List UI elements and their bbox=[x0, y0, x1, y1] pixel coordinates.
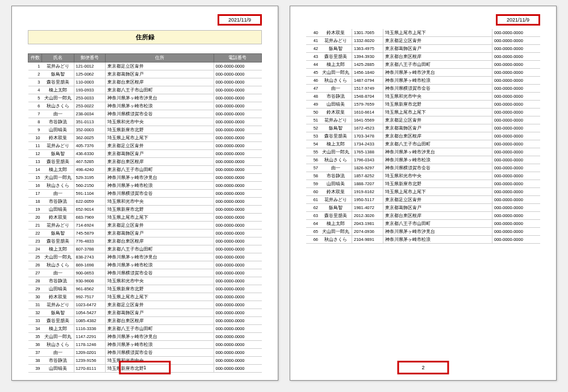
cell-addr: 東京都八王子市山田町 bbox=[105, 86, 214, 94]
table-row: 5犬山田一郎丸253-0033神奈川県茅ヶ崎市汐見台000-0000-0000 bbox=[28, 94, 262, 102]
table-row: 40鈴木双葉1301-7065埼玉県上尾市上尾下000-0000-0000 bbox=[306, 29, 540, 37]
cell-name: 犬山田一郎丸 bbox=[42, 174, 74, 182]
table-row: 44橋上太郎1425-2885東京都八王子市山田町000-0000-0000 bbox=[306, 61, 540, 69]
cell-phone: 000-0000-0000 bbox=[214, 214, 262, 222]
cell-addr: 東京都足立区青井 bbox=[383, 116, 492, 124]
cell-phone: 000-0000-0000 bbox=[492, 164, 541, 172]
table-row: 32飯島智1054-5427東京都葛飾区青戸000-0000-0000 bbox=[28, 309, 262, 317]
cell-phone: 000-0000-0000 bbox=[492, 156, 541, 164]
cell-zip: 1703-3478 bbox=[352, 132, 383, 140]
cell-zip: 1023-6472 bbox=[74, 301, 105, 309]
cell-phone: 000-0000-0000 bbox=[492, 196, 541, 204]
table-row: 19山田晴美652-9014埼玉県新座市北野000-0000-0000 bbox=[28, 206, 262, 214]
cell-no: 36 bbox=[28, 341, 42, 349]
cell-addr: 東京都台東区根岸 bbox=[383, 132, 492, 140]
cell-no: 13 bbox=[28, 158, 42, 166]
cell-addr: 埼玉県上尾市上尾下 bbox=[105, 214, 214, 222]
cell-phone: 000-0000-0000 bbox=[492, 204, 541, 212]
cell-no: 33 bbox=[28, 317, 42, 325]
cell-name: 山田晴美 bbox=[42, 206, 74, 214]
cell-addr: 埼玉県新座市北野 bbox=[105, 285, 214, 293]
cell-phone: 000-0000-0000 bbox=[492, 61, 541, 69]
table-row: 8市谷静流351-0113埼玉県和光市中央000-0000-0000 bbox=[28, 118, 262, 126]
cell-no: 46 bbox=[306, 77, 320, 85]
cell-phone: 000-0000-0000 bbox=[214, 237, 262, 245]
cell-phone: 000-0000-0000 bbox=[214, 198, 262, 206]
cell-name: 由一 bbox=[320, 164, 352, 172]
cell-no: 6 bbox=[28, 102, 42, 110]
cell-addr: 神奈川県茅ヶ崎市松浪 bbox=[105, 102, 214, 110]
cell-phone: 000-0000-0000 bbox=[214, 349, 262, 357]
cell-name: 森谷里朋美 bbox=[42, 158, 74, 166]
cell-addr: 東京都足立区青井 bbox=[105, 142, 214, 150]
cell-zip: 1796-0343 bbox=[352, 156, 383, 164]
cell-name: 犬山田一郎丸 bbox=[320, 148, 352, 156]
cell-name: 山田晴美 bbox=[42, 285, 74, 293]
cell-phone: 000-0000-0000 bbox=[492, 37, 541, 45]
cell-no: 7 bbox=[28, 110, 42, 118]
cell-phone: 000-0000-0000 bbox=[214, 285, 262, 293]
table-row: 50鈴木双葉1610-6614埼玉県上尾市上尾下000-0000-0000 bbox=[306, 109, 540, 116]
cell-addr: 埼玉県和光市中央 bbox=[105, 118, 214, 126]
cell-zip: 591-1104 bbox=[74, 190, 105, 198]
cell-phone: 000-0000-0000 bbox=[214, 365, 262, 373]
cell-phone: 000-0000-0000 bbox=[214, 102, 262, 110]
cell-name: 飯島智 bbox=[42, 70, 74, 78]
cell-phone: 000-0000-0000 bbox=[492, 69, 541, 77]
cell-zip: 1672-4523 bbox=[352, 124, 383, 132]
cell-zip: 1641-5569 bbox=[352, 116, 383, 124]
cell-no: 22 bbox=[28, 230, 42, 237]
table-row: 61花井みどり1950-5117東京都足立区青井000-0000-0000 bbox=[306, 196, 540, 204]
cell-addr: 埼玉県上尾市上尾下 bbox=[383, 29, 492, 37]
cell-addr: 神奈川県茅ヶ崎市汐見台 bbox=[105, 253, 214, 261]
cell-no: 43 bbox=[306, 53, 320, 61]
cell-name: 山田晴美 bbox=[320, 180, 352, 188]
cell-zip: 683-7969 bbox=[74, 214, 105, 222]
cell-zip: 238-0034 bbox=[74, 110, 105, 118]
cell-addr: 神奈川県茅ヶ崎市松浪 bbox=[383, 77, 492, 85]
table-row: 47由一1517-9749神奈川県横須賀市金谷000-0000-0000 bbox=[306, 85, 540, 93]
cell-name: 花井みどり bbox=[42, 222, 74, 230]
cell-name: 市谷静流 bbox=[320, 93, 352, 101]
cell-no: 52 bbox=[306, 124, 320, 132]
cell-zip: 1826-9297 bbox=[352, 164, 383, 172]
cell-zip: 1579-7659 bbox=[352, 101, 383, 109]
cell-zip: 1116-3336 bbox=[74, 325, 105, 333]
cell-phone: 000-0000-0000 bbox=[492, 212, 541, 220]
cell-no: 19 bbox=[28, 206, 42, 214]
table-row: 64橋上太郎2043-1981東京都八王子市山田町000-0000-0000 bbox=[306, 220, 540, 228]
cell-zip: 807-3788 bbox=[74, 245, 105, 253]
cell-zip: 467-5285 bbox=[74, 158, 105, 166]
cell-name: 秋山さくら bbox=[320, 77, 352, 85]
cell-name: 山田晴美 bbox=[42, 126, 74, 134]
cell-phone: 000-0000-0000 bbox=[492, 77, 541, 85]
table-row: 57由一1826-9297神奈川県横須賀市金谷000-0000-0000 bbox=[306, 164, 540, 172]
cell-zip: 1610-6614 bbox=[352, 109, 383, 116]
cell-phone: 000-0000-0000 bbox=[492, 132, 541, 140]
cell-addr: 神奈川県茅ヶ崎市汐見台 bbox=[383, 228, 492, 236]
cell-zip: 1301-7065 bbox=[352, 29, 383, 37]
cell-phone: 000-0000-0000 bbox=[214, 222, 262, 230]
cell-no: 9 bbox=[28, 126, 42, 134]
cell-name: 秋山さくら bbox=[42, 261, 74, 269]
cell-addr: 東京都八王子市山田町 bbox=[383, 220, 492, 228]
table-row: 21花井みどり714-6924東京都足立区青井000-0000-0000 bbox=[28, 222, 262, 230]
cell-phone: 000-0000-0000 bbox=[492, 53, 541, 61]
table-row: 26秋山さくら869-1698神奈川県茅ヶ崎市松浪000-0000-0000 bbox=[28, 261, 262, 269]
cell-zip: 1548-8704 bbox=[352, 93, 383, 101]
cell-addr: 東京都台東区根岸 bbox=[105, 78, 214, 86]
report-title: 住所録 bbox=[28, 30, 262, 44]
cell-zip: 1456-1840 bbox=[352, 69, 383, 77]
cell-phone: 000-0000-0000 bbox=[214, 253, 262, 261]
cell-no: 18 bbox=[28, 198, 42, 206]
cell-phone: 000-0000-0000 bbox=[214, 245, 262, 253]
cell-no: 4 bbox=[28, 86, 42, 94]
table-row: 3森谷里朋美110-0003東京都台東区根岸000-0000-0000 bbox=[28, 78, 262, 86]
cell-name: 森谷里朋美 bbox=[320, 212, 352, 220]
cell-phone: 000-0000-0000 bbox=[214, 158, 262, 166]
cell-name: 森谷里朋美 bbox=[320, 132, 352, 140]
cell-no: 17 bbox=[28, 190, 42, 198]
cell-no: 8 bbox=[28, 118, 42, 126]
cell-addr: 東京都足立区青井 bbox=[383, 196, 492, 204]
cell-name: 由一 bbox=[42, 269, 74, 277]
